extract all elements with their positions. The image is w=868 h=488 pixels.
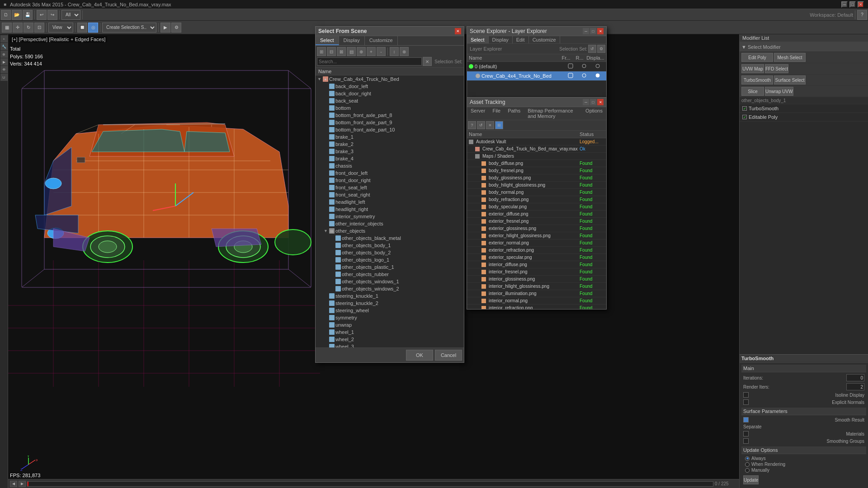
- tree-item[interactable]: □wheel_1: [316, 328, 464, 336]
- at-row[interactable]: interior_fresnel.pngFound: [467, 268, 606, 276]
- le-tab-display[interactable]: Display: [489, 36, 513, 43]
- snap-toggle[interactable]: 🔲: [77, 23, 87, 33]
- at-min-btn[interactable]: ─: [583, 99, 589, 105]
- scene-tree[interactable]: ▼●Crew_Cab_4x4_Truck_No_Bed □back_door_l…: [316, 75, 464, 347]
- maximize-button[interactable]: □: [849, 1, 856, 8]
- layer-explorer-min[interactable]: ─: [583, 28, 589, 34]
- modifier-list-dropdown[interactable]: ▼ Select Modifier: [740, 42, 868, 52]
- tree-item[interactable]: □front_door_right: [316, 177, 464, 184]
- select-obj-button[interactable]: ▦: [2, 23, 12, 33]
- le-tab-edit[interactable]: Edit: [513, 36, 529, 43]
- utility-tool[interactable]: U: [0, 74, 8, 81]
- render-button[interactable]: ▶: [160, 23, 170, 33]
- at-row[interactable]: interior_hilight_glossiness.pngFound: [467, 283, 606, 290]
- at-menu-options[interactable]: Options: [582, 107, 606, 120]
- tree-item[interactable]: □interior_symmetry: [316, 213, 464, 220]
- le-refresh-btn[interactable]: ↺: [588, 45, 596, 53]
- tree-item[interactable]: □bottom_front_axle_part_9: [316, 119, 464, 126]
- slice-btn[interactable]: Slice: [741, 87, 764, 96]
- at-row[interactable]: interior_refraction.pngFound: [467, 305, 606, 309]
- tab-display[interactable]: Display: [339, 36, 365, 45]
- iterations-input[interactable]: [846, 374, 864, 381]
- mesh-select-btn[interactable]: Mesh Select: [774, 53, 806, 62]
- render-setup-button[interactable]: ⚙: [171, 23, 181, 33]
- isoline-checkbox[interactable]: [743, 392, 749, 398]
- tree-item[interactable]: □other_interior_objects: [316, 220, 464, 227]
- materials-checkbox[interactable]: [743, 431, 749, 436]
- tree-item[interactable]: □back_seat: [316, 97, 464, 104]
- at-row[interactable]: exterior_fresnel.pngFound: [467, 218, 606, 225]
- turbo-smooth-btn[interactable]: TurboSmooth: [741, 75, 773, 84]
- unwrap-uvw-btn[interactable]: Unwrap UVW: [765, 87, 793, 96]
- undo-button[interactable]: ↩: [37, 10, 47, 20]
- tree-item[interactable]: ▼▤other_objects: [316, 227, 464, 235]
- close-button[interactable]: ✕: [858, 1, 864, 8]
- at-row[interactable]: interior_glossiness.pngFound: [467, 276, 606, 283]
- tree-item[interactable]: □bottom_front_axle_part_8: [316, 112, 464, 119]
- render-iters-input[interactable]: [846, 383, 864, 390]
- tree-item[interactable]: □back_door_right: [316, 90, 464, 97]
- view-dropdown[interactable]: View: [48, 23, 73, 33]
- tree-item[interactable]: □steering_wheel: [316, 307, 464, 314]
- at-grid-btn[interactable]: ⊞: [495, 121, 503, 129]
- tree-item[interactable]: □steering_knuckle_1: [316, 292, 464, 300]
- le-tab-select[interactable]: Select: [467, 36, 489, 43]
- surface-select-btn[interactable]: Surface Select: [774, 75, 806, 84]
- select-filter-btn[interactable]: ◎: [88, 23, 98, 33]
- le-row-truck[interactable]: Crew_Cab_4x4_Truck_No_Bed: [467, 71, 606, 81]
- create-selection-dropdown[interactable]: Create Selection S...: [102, 23, 156, 33]
- at-menu-bitmap[interactable]: Bitmap Performance and Memory: [524, 107, 582, 120]
- asset-tracking-body[interactable]: Autodesk VaultLogged...Crew_Cab_4x4_Truc…: [467, 138, 606, 309]
- at-row[interactable]: Crew_Cab_4x4_Truck_No_Bed_max_vray.maxOk: [467, 145, 606, 153]
- tree-item[interactable]: □brake_3: [316, 148, 464, 155]
- at-row[interactable]: exterior_diffuse.pngFound: [467, 211, 606, 218]
- at-list-btn[interactable]: ≡: [486, 121, 494, 129]
- tree-item[interactable]: □front_seat_right: [316, 191, 464, 198]
- new-button[interactable]: 🗋: [1, 10, 11, 20]
- timeline-play-prev[interactable]: ◀: [10, 481, 17, 487]
- cancel-button[interactable]: Cancel: [435, 350, 462, 361]
- timeline-play-btn[interactable]: ▶: [19, 481, 26, 487]
- select-dialog-close[interactable]: ✕: [455, 28, 461, 34]
- tree-item[interactable]: □chassis: [316, 162, 464, 169]
- clear-search-btn[interactable]: ✕: [423, 57, 432, 66]
- at-row[interactable]: interior_diffuse.pngFound: [467, 261, 606, 268]
- at-menu-server[interactable]: Server: [467, 107, 489, 120]
- tree-item[interactable]: □other_objects_windows_2: [316, 285, 464, 292]
- expand-all-btn[interactable]: +: [367, 47, 376, 56]
- open-button[interactable]: 📂: [12, 10, 22, 20]
- help-button[interactable]: ?: [857, 10, 867, 20]
- at-row[interactable]: interior_illumination.pngFound: [467, 290, 606, 297]
- at-help-btn[interactable]: ?: [468, 121, 476, 129]
- manually-radio[interactable]: Manually: [745, 468, 863, 473]
- smooth-result-checkbox[interactable]: [743, 417, 749, 422]
- layer-explorer-close[interactable]: ✕: [597, 28, 604, 34]
- explicit-checkbox[interactable]: [743, 399, 749, 405]
- tree-item[interactable]: □headlight_right: [316, 206, 464, 213]
- timeline-track[interactable]: [27, 481, 713, 487]
- at-row[interactable]: interior_normal.pngFound: [467, 297, 606, 305]
- layer-explorer-max[interactable]: □: [590, 28, 596, 34]
- tree-item[interactable]: □brake_4: [316, 155, 464, 162]
- tree-item[interactable]: □bottom: [316, 104, 464, 112]
- sort-btn[interactable]: ↕: [390, 47, 399, 56]
- tree-item[interactable]: □brake_2: [316, 141, 464, 148]
- motion-tool[interactable]: ▶: [0, 58, 8, 66]
- tree-item[interactable]: □other_objects_rubber: [316, 271, 464, 278]
- at-refresh-btn[interactable]: ↺: [477, 121, 485, 129]
- tree-item[interactable]: □other_objects_body_1: [316, 242, 464, 249]
- at-row[interactable]: exterior_hilight_glossiness.pngFound: [467, 232, 606, 239]
- mod-item-turbosmooth[interactable]: TurboSmooth: [740, 104, 868, 113]
- tree-item[interactable]: □wheel_3: [316, 343, 464, 347]
- at-row[interactable]: body_refraction.pngFound: [467, 196, 606, 203]
- at-row[interactable]: Autodesk VaultLogged...: [467, 138, 606, 145]
- edit-poly-btn[interactable]: Edit Poly: [741, 53, 773, 62]
- at-menu-paths[interactable]: Paths: [504, 107, 524, 120]
- at-row[interactable]: body_specular.pngFound: [467, 203, 606, 211]
- tree-item[interactable]: □wheel_2: [316, 336, 464, 343]
- tree-item[interactable]: □unwrap: [316, 321, 464, 328]
- tree-item[interactable]: □front_door_left: [316, 169, 464, 177]
- at-row[interactable]: exterior_refraction.pngFound: [467, 247, 606, 254]
- tree-item[interactable]: □other_objects_windows_1: [316, 278, 464, 285]
- tab-customize[interactable]: Customize: [365, 36, 398, 45]
